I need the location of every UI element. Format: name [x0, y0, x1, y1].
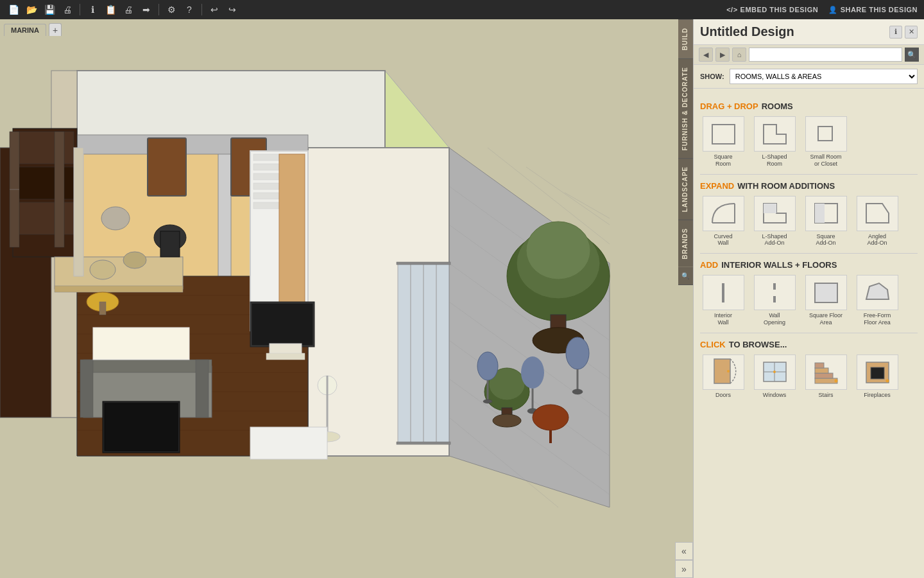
open-file-icon[interactable]: 📂: [24, 3, 38, 17]
svg-rect-93: [160, 231, 180, 257]
svg-rect-105: [815, 283, 837, 302]
side-tab-search[interactable]: 🔍: [678, 267, 693, 285]
svg-point-111: [773, 371, 776, 373]
doors-item[interactable]: Doors: [700, 355, 746, 399]
collapse-buttons: « »: [675, 542, 693, 578]
undo-icon[interactable]: ↩: [207, 3, 221, 17]
section-highlight-4: CLICK: [700, 340, 726, 349]
side-tab-furnish[interactable]: FURNISH & DECORATE: [678, 58, 693, 159]
right-panel: Untitled Design ℹ ✕ ◀ ▶ ⌂ 🔍 SHOW: ROOMS,…: [693, 19, 924, 578]
svg-rect-39: [55, 286, 183, 292]
panel-close-icon[interactable]: ✕: [905, 26, 918, 39]
print2-icon[interactable]: 🖨: [121, 3, 135, 17]
canvas-area[interactable]: [0, 19, 699, 578]
svg-rect-97: [712, 125, 735, 144]
help-icon[interactable]: ?: [182, 3, 196, 17]
windows-item[interactable]: Windows: [751, 355, 798, 399]
pages-icon[interactable]: 📋: [103, 3, 117, 17]
windows-label: Windows: [763, 392, 787, 399]
save-icon[interactable]: 💾: [42, 3, 56, 17]
doors-icon: [703, 355, 744, 390]
export-icon[interactable]: ➡: [139, 3, 153, 17]
square-floor-item[interactable]: Square FloorArea: [803, 275, 849, 326]
svg-point-116: [834, 380, 837, 383]
collapse-up-button[interactable]: «: [675, 542, 693, 560]
svg-point-42: [90, 260, 116, 279]
small-room-item[interactable]: Small Roomor Closet: [803, 116, 849, 168]
show-dropdown[interactable]: ROOMS, WALLS & AREAS FURNITURE ALL: [730, 69, 918, 84]
svg-rect-94: [250, 427, 327, 459]
svg-rect-62: [105, 403, 178, 451]
add-tab-button[interactable]: +: [49, 23, 62, 36]
side-tab-landscape[interactable]: LANDSCAPE: [678, 158, 693, 220]
panel-home-button[interactable]: ⌂: [732, 48, 746, 62]
svg-rect-71: [397, 442, 450, 444]
svg-point-80: [493, 414, 521, 427]
interior-wall-label: InteriorWall: [714, 312, 732, 326]
l-shaped-addon-item[interactable]: L-ShapedAdd-On: [751, 196, 798, 247]
code-icon: </>: [726, 6, 737, 13]
stairs-item[interactable]: Stairs: [803, 355, 849, 399]
side-tab-brands[interactable]: BRANDS: [678, 220, 693, 267]
svg-rect-37: [55, 132, 64, 247]
l-shaped-room-item[interactable]: L-ShapedRoom: [751, 116, 798, 168]
panel-info-icon[interactable]: ℹ: [889, 26, 902, 39]
divider-3: [700, 333, 918, 333]
svg-rect-112: [815, 378, 837, 383]
panel-search-button[interactable]: 🔍: [905, 48, 919, 62]
topbar: 📄 📂 💾 🖨 ℹ 📋 🖨 ➡ ⚙ ? ↩ ↪ </> EMBED THIS D…: [0, 0, 924, 19]
curved-wall-item[interactable]: CurvedWall: [700, 196, 746, 247]
interior-wall-item[interactable]: InteriorWall: [700, 275, 746, 326]
svg-rect-98: [818, 127, 832, 141]
panel-back-button[interactable]: ◀: [699, 48, 713, 62]
show-label: SHOW:: [700, 73, 724, 80]
svg-rect-41: [99, 302, 106, 315]
show-row: SHOW: ROOMS, WALLS & AREAS FURNITURE ALL: [694, 65, 924, 89]
l-shaped-addon-icon: [754, 196, 796, 231]
square-addon-icon: [805, 196, 847, 231]
section-highlight-2: EXPAND: [700, 181, 734, 191]
l-shaped-addon-label: L-ShapedAdd-On: [762, 233, 787, 247]
svg-rect-32: [16, 132, 74, 164]
square-addon-label: SquareAdd-On: [816, 233, 835, 247]
svg-rect-50: [253, 202, 279, 209]
svg-point-89: [477, 352, 498, 380]
svg-point-81: [521, 356, 544, 389]
tab-marina[interactable]: MARINA: [4, 24, 46, 36]
wall-opening-item[interactable]: WallOpening: [751, 275, 798, 326]
panel-forward-button[interactable]: ▶: [715, 48, 730, 62]
svg-rect-33: [16, 167, 74, 199]
panel-search-input[interactable]: [749, 48, 902, 62]
svg-rect-53: [252, 304, 312, 345]
angled-addon-item[interactable]: AngledAdd-On: [854, 196, 900, 247]
settings-icon[interactable]: ⚙: [164, 3, 178, 17]
svg-rect-58: [80, 360, 93, 417]
share-icon: 👤: [828, 6, 838, 14]
svg-rect-69: [436, 263, 449, 443]
svg-rect-99: [764, 204, 776, 213]
side-tab-build[interactable]: BUILD: [678, 19, 693, 58]
share-button[interactable]: 👤 SHARE THIS DESIGN: [828, 6, 918, 14]
print-icon[interactable]: 🖨: [60, 3, 74, 17]
svg-rect-68: [424, 263, 436, 443]
angled-addon-label: AngledAdd-On: [867, 233, 887, 247]
collapse-down-button[interactable]: »: [675, 560, 693, 578]
info-icon[interactable]: ℹ: [85, 3, 99, 17]
wall-opening-icon: [754, 275, 796, 310]
divider-1: [700, 174, 918, 175]
freeform-floor-item[interactable]: Free-FormFloor Area: [854, 275, 900, 326]
embed-button[interactable]: </> EMBED THIS DESIGN: [726, 6, 818, 13]
tabbar: MARINA +: [0, 19, 193, 36]
panel-nav: ◀ ▶ ⌂ 🔍: [694, 45, 924, 65]
square-floor-icon: [805, 275, 847, 310]
separator: [80, 4, 80, 15]
square-addon-item[interactable]: SquareAdd-On: [803, 196, 849, 247]
svg-point-107: [727, 370, 730, 372]
square-room-item[interactable]: SquareRoom: [700, 116, 746, 168]
svg-rect-48: [253, 183, 279, 189]
floorplan-canvas: [0, 19, 699, 578]
svg-rect-29: [148, 138, 186, 196]
redo-icon[interactable]: ↪: [225, 3, 239, 17]
new-file-icon[interactable]: 📄: [6, 3, 21, 17]
fireplaces-item[interactable]: Fireplaces: [854, 355, 900, 399]
